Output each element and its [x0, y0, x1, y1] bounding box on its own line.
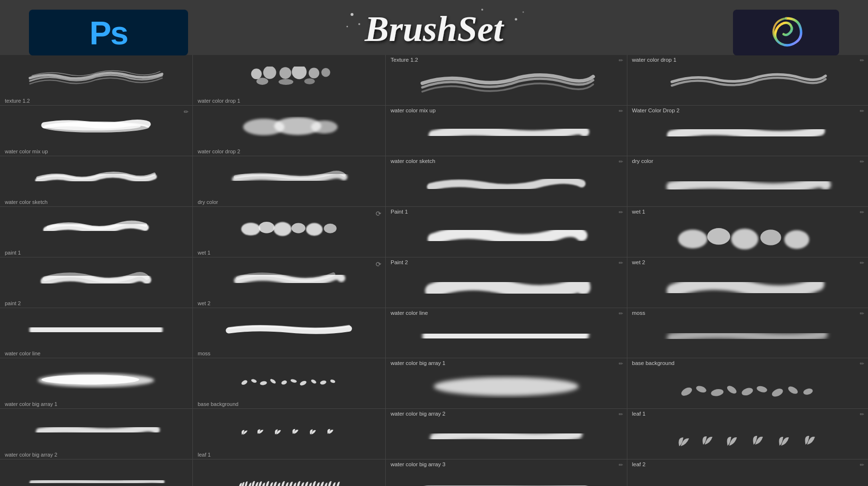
rpc2-edit-leaf-2: ✏ — [860, 462, 864, 468]
stroke-big-array-2 — [18, 420, 174, 441]
brush-cell-wet-1: wet 1 ⟳ — [193, 207, 385, 257]
rpc-edit-texture: ✏ — [619, 57, 623, 64]
svg-point-19 — [304, 78, 315, 84]
ps-text: Ps — [89, 14, 127, 52]
svg-point-11 — [251, 68, 262, 79]
svg-point-33 — [281, 380, 288, 385]
stroke-leaf-2 — [211, 471, 366, 486]
brush-cell-leaf-2: leaf 2 — [193, 459, 385, 486]
rpc-preview-big-array-1 — [391, 367, 622, 405]
label-leaf-1: leaf 1 — [198, 452, 211, 458]
stroke-wc-drop-1 — [211, 67, 366, 87]
stroke-paint-1 — [18, 218, 174, 239]
svg-point-16 — [322, 68, 330, 77]
svg-point-52 — [787, 385, 799, 396]
svg-point-26 — [292, 223, 306, 233]
svg-point-31 — [260, 380, 268, 385]
brush-cell-paint-1: paint 1 — [0, 207, 192, 257]
svg-point-47 — [711, 388, 724, 397]
label-texture-1-2: texture 1.2 — [5, 98, 30, 104]
label-dry-color: dry color — [198, 199, 218, 205]
label-wet-1: wet 1 — [198, 250, 210, 256]
svg-point-27 — [306, 223, 323, 236]
stroke-dry-color — [211, 167, 366, 188]
rpc-label-big-array-1: water color big array 1 — [391, 360, 622, 366]
label-wc-drop-2: water color drop 2 — [198, 148, 240, 154]
rpc2-preview-wet-1 — [632, 216, 864, 257]
svg-point-32 — [270, 378, 277, 384]
stroke-texture-1-2 — [18, 67, 174, 87]
brush-cell-leaf-1: leaf 1 — [193, 409, 385, 459]
stroke-paint-2 — [18, 269, 174, 289]
svg-point-30 — [251, 378, 257, 383]
procreate-icon-svg — [767, 16, 805, 50]
rpc-preview-paint-2 — [391, 266, 622, 308]
label-mix-up: water color mix up — [5, 148, 48, 154]
rpc-big-array-2: water color big array 2 ✏ — [386, 409, 627, 459]
rpc2-moss: moss ✏ — [627, 308, 868, 359]
brush-cell-water-color-line: water color line — [0, 308, 192, 359]
svg-point-28 — [324, 224, 337, 233]
rpc-preview-wc-line — [391, 317, 622, 355]
svg-point-2 — [347, 26, 348, 27]
rpc-preview-sketch — [391, 165, 622, 203]
rpc2-edit-wc-drop-1: ✏ — [860, 57, 864, 64]
svg-point-48 — [726, 384, 738, 395]
rpc-edit-paint-2: ✏ — [619, 260, 623, 266]
procreate-icon-wet1: ⟳ — [376, 210, 381, 217]
brush-cell-paint-2: paint 2 — [0, 257, 192, 308]
label-big-array-1: water color big array 1 — [5, 401, 57, 407]
rpc-label-mix-up: water color mix up — [391, 108, 622, 113]
rpc-preview-mix-up — [391, 114, 622, 153]
label-moss: moss — [198, 351, 210, 356]
rpc2-wet-1: wet 1 ✏ — [627, 207, 868, 257]
right-col-1: Texture 1.2 ✏ water color mix up ✏ — [386, 55, 627, 486]
stroke-leaf-1 — [211, 420, 366, 441]
rpc-label-sketch: water color sketch — [391, 158, 622, 164]
rpc2-preview-moss — [632, 317, 864, 355]
brush-cell-wc-drop-2: water color drop 2 — [193, 106, 385, 156]
rpc2-edit-wet-2: ✏ — [860, 260, 864, 266]
rpc2-label-wet-2: wet 2 — [632, 259, 864, 265]
svg-point-12 — [263, 67, 276, 79]
svg-point-29 — [241, 379, 248, 386]
main-container: Ps BrushSet — [0, 0, 868, 486]
rpc-texture-1-2: Texture 1.2 ✏ — [386, 55, 627, 106]
svg-point-41 — [707, 228, 730, 245]
label-paint-1: paint 1 — [5, 250, 21, 256]
rpc2-label-wc-drop-1: water color drop 1 — [632, 57, 864, 63]
stroke-base-bg — [211, 370, 366, 391]
rpc2-edit-leaf-1: ✏ — [860, 411, 864, 418]
rpc2-preview-leaf-2 — [632, 468, 864, 486]
rpc-label-big-array-3: water color big array 3 — [391, 461, 622, 467]
brush-set-title-svg: BrushSet — [313, 0, 555, 53]
rpc-edit-wc-line: ✏ — [619, 310, 623, 317]
svg-point-14 — [292, 67, 307, 79]
rpc-big-array-1: water color big array 1 ✏ — [386, 358, 627, 409]
svg-point-34 — [290, 378, 297, 383]
stroke-wc-drop-2 — [211, 117, 366, 137]
svg-point-15 — [309, 68, 319, 78]
rpc-preview-big-array-3 — [391, 468, 622, 486]
svg-point-18 — [279, 79, 294, 84]
stroke-wet-1 — [211, 218, 366, 239]
rpc2-label-leaf-1: leaf 1 — [632, 411, 864, 417]
brush-cell-wc-drop-1: water color drop 1 — [193, 55, 385, 106]
rpc-preview-paint-1 — [391, 216, 622, 257]
procreate-icon-wet2: ⟳ — [376, 260, 381, 268]
svg-point-24 — [259, 222, 275, 233]
label-sketch: water color sketch — [5, 199, 48, 205]
svg-point-39 — [434, 377, 579, 396]
rpc-water-color-line: water color line ✏ — [386, 308, 627, 359]
svg-point-38 — [330, 379, 336, 384]
right-col-2: water color drop 1 ✏ Water Color Drop 2 … — [627, 55, 868, 486]
stroke-big-array-1 — [18, 370, 174, 391]
middle-panel: water color drop 1 water color drop 2 — [193, 55, 386, 486]
rpc2-preview-base-bg — [632, 367, 864, 408]
stroke-wet-2 — [211, 269, 366, 289]
rpc2-preview-dry-color — [632, 165, 864, 203]
rpc2-label-moss: moss — [632, 310, 864, 316]
brush-cell-sketch: water color sketch — [0, 156, 192, 207]
rpc-edit-mix-up: ✏ — [619, 108, 623, 114]
svg-point-44 — [785, 230, 810, 249]
